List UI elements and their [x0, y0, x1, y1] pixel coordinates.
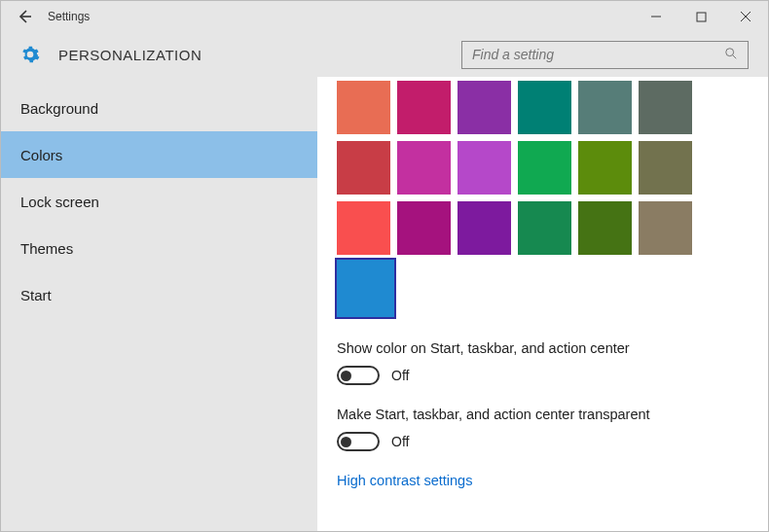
maximize-icon — [696, 12, 707, 22]
color-swatch[interactable] — [578, 201, 632, 255]
color-swatch[interactable] — [518, 201, 571, 255]
color-swatch-grid — [337, 81, 768, 315]
sidebar-item-themes[interactable]: Themes — [1, 225, 317, 271]
sub-header: PERSONALIZATION — [1, 32, 768, 77]
sidebar-item-background[interactable]: Background — [1, 85, 317, 131]
toggle-transparent[interactable] — [337, 432, 380, 451]
svg-point-4 — [726, 48, 734, 55]
toggle-state-show-color: Off — [391, 368, 409, 383]
color-swatch[interactable] — [578, 81, 632, 134]
search-box[interactable] — [461, 41, 749, 69]
content-pane: Show color on Start, taskbar, and action… — [317, 77, 768, 532]
toggle-show-color[interactable] — [337, 366, 380, 385]
color-swatch[interactable] — [337, 141, 390, 195]
color-swatch[interactable] — [639, 141, 692, 195]
minimize-button[interactable] — [634, 1, 678, 32]
search-input[interactable] — [472, 47, 724, 62]
svg-line-5 — [733, 54, 737, 58]
color-swatch-selected[interactable] — [337, 260, 394, 317]
color-swatch[interactable] — [578, 141, 632, 195]
category-title: PERSONALIZATION — [58, 47, 201, 63]
color-swatch[interactable] — [458, 141, 511, 195]
sidebar-item-start[interactable]: Start — [1, 271, 317, 318]
color-swatch[interactable] — [337, 81, 390, 134]
minimize-icon — [650, 11, 662, 22]
sidebar-item-label: Themes — [20, 240, 73, 257]
color-swatch[interactable] — [518, 141, 571, 195]
window-title: Settings — [48, 10, 90, 23]
color-swatch[interactable] — [458, 81, 511, 134]
color-swatch[interactable] — [337, 201, 390, 255]
close-icon — [740, 11, 751, 22]
search-icon — [724, 47, 738, 63]
color-swatch[interactable] — [397, 201, 451, 255]
svg-rect-1 — [697, 13, 706, 21]
back-arrow-icon — [17, 9, 32, 24]
toggle-state-transparent: Off — [391, 434, 409, 449]
sidebar-item-colors[interactable]: Colors — [1, 131, 317, 178]
sidebar-item-label: Background — [20, 100, 98, 117]
color-swatch[interactable] — [639, 81, 692, 134]
sidebar-item-label: Start — [20, 287, 52, 303]
back-button[interactable] — [1, 1, 48, 32]
color-swatch[interactable] — [518, 81, 571, 134]
setting-label-transparent: Make Start, taskbar, and action center t… — [337, 407, 768, 422]
gear-icon — [20, 45, 40, 64]
toggle-knob — [341, 437, 351, 447]
color-swatch[interactable] — [458, 201, 511, 255]
color-swatch[interactable] — [397, 81, 451, 134]
sidebar-item-label: Lock screen — [20, 194, 99, 210]
color-swatch[interactable] — [397, 141, 451, 195]
close-button[interactable] — [723, 1, 768, 32]
high-contrast-link[interactable]: High contrast settings — [337, 473, 768, 488]
sidebar-item-lock-screen[interactable]: Lock screen — [1, 178, 317, 225]
title-bar: Settings — [1, 1, 768, 32]
setting-label-show-color: Show color on Start, taskbar, and action… — [337, 340, 768, 356]
color-swatch[interactable] — [639, 201, 692, 255]
sidebar-item-label: Colors — [20, 147, 62, 163]
toggle-knob — [341, 371, 351, 381]
sidebar: Background Colors Lock screen Themes Sta… — [1, 77, 317, 532]
maximize-button[interactable] — [678, 1, 723, 32]
